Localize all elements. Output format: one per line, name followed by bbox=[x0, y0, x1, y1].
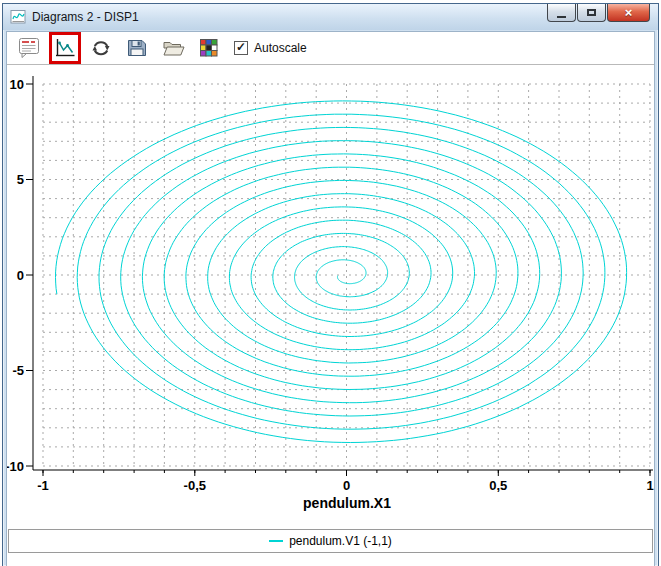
report-button[interactable] bbox=[16, 35, 42, 61]
legend: pendulum.V1 (-1,1) bbox=[8, 529, 653, 553]
save-icon bbox=[125, 36, 149, 60]
refresh-button[interactable] bbox=[88, 35, 114, 61]
maximize-icon bbox=[587, 9, 596, 16]
save-button[interactable] bbox=[124, 35, 150, 61]
svg-text:pendulum.X1: pendulum.X1 bbox=[303, 495, 391, 511]
plot-area[interactable]: -1-0,500,511050-5-10pendulum.X1 bbox=[7, 66, 654, 524]
legend-line-sample bbox=[269, 540, 283, 542]
svg-text:5: 5 bbox=[17, 172, 24, 187]
minimize-icon bbox=[557, 16, 566, 18]
window-title: Diagrams 2 - DISP1 bbox=[32, 10, 139, 24]
close-button[interactable]: × bbox=[607, 4, 650, 22]
autoscale-control: ✓ Autoscale bbox=[234, 41, 307, 55]
maximize-button[interactable] bbox=[577, 4, 606, 22]
svg-text:0: 0 bbox=[343, 478, 350, 493]
palette-icon bbox=[197, 36, 221, 60]
titlebar[interactable]: Diagrams 2 - DISP1 × bbox=[3, 4, 658, 30]
svg-text:-1: -1 bbox=[37, 478, 49, 493]
svg-text:-5: -5 bbox=[12, 363, 24, 378]
svg-text:0: 0 bbox=[17, 268, 24, 283]
legend-label: pendulum.V1 (-1,1) bbox=[289, 534, 392, 548]
svg-text:0,5: 0,5 bbox=[489, 478, 507, 493]
plot-button[interactable] bbox=[52, 35, 78, 61]
colors-button[interactable] bbox=[196, 35, 222, 61]
autoscale-label: Autoscale bbox=[254, 41, 307, 55]
check-icon: ✓ bbox=[236, 42, 246, 52]
window-controls: × bbox=[546, 4, 650, 22]
report-icon bbox=[17, 36, 41, 60]
svg-text:-0,5: -0,5 bbox=[184, 478, 206, 493]
svg-text:-10: -10 bbox=[7, 459, 24, 474]
toolbar: ✓ Autoscale bbox=[7, 32, 654, 65]
window-content: ✓ Autoscale -1-0,500,511050-5-10pendulum… bbox=[6, 31, 655, 566]
close-icon: × bbox=[625, 6, 633, 19]
app-window: Diagrams 2 - DISP1 × bbox=[2, 3, 659, 566]
svg-text:10: 10 bbox=[10, 77, 24, 92]
refresh-icon bbox=[89, 36, 113, 60]
open-folder-icon bbox=[161, 36, 185, 60]
autoscale-checkbox[interactable]: ✓ bbox=[234, 41, 248, 55]
window-icon bbox=[10, 9, 26, 25]
plot-icon bbox=[53, 36, 77, 60]
svg-text:1: 1 bbox=[646, 478, 653, 493]
minimize-button[interactable] bbox=[547, 4, 576, 22]
open-button[interactable] bbox=[160, 35, 186, 61]
